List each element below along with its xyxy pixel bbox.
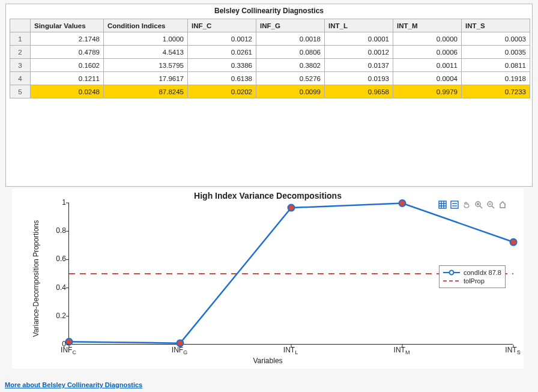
svg-line-23 — [480, 206, 482, 208]
data-marker[interactable] — [288, 205, 295, 211]
cell-val[interactable]: 0.5276 — [256, 72, 325, 85]
col-header[interactable]: INT_S — [462, 19, 530, 32]
ytick-label: 0.4 — [48, 283, 66, 292]
cell-val[interactable]: 0.3802 — [256, 59, 325, 72]
svg-point-12 — [450, 271, 454, 275]
cell-val[interactable]: 0.0035 — [462, 46, 530, 59]
cell-val[interactable]: 0.9658 — [325, 85, 393, 98]
cell-ci[interactable]: 4.5413 — [104, 46, 188, 59]
table-row: 20.47894.54130.02610.08060.00120.00060.0… — [10, 46, 530, 59]
legend-item[interactable]: condIdx 87.8 — [443, 268, 501, 277]
cell-val[interactable]: 0.0018 — [256, 32, 325, 46]
cell-val[interactable]: 0.0006 — [393, 46, 462, 59]
cell-sv[interactable]: 0.4789 — [31, 46, 104, 59]
row-number[interactable]: 4 — [10, 72, 31, 85]
cell-val[interactable]: 0.0003 — [462, 32, 530, 46]
col-header[interactable]: Condition Indices — [104, 19, 188, 32]
data-marker[interactable] — [510, 239, 517, 246]
cell-val[interactable]: 0.1918 — [462, 72, 530, 85]
chart-xlabel: Variables — [12, 357, 524, 365]
svg-line-27 — [492, 206, 494, 208]
col-header[interactable]: Singular Values — [31, 19, 104, 32]
legend-icon[interactable] — [449, 199, 460, 210]
cell-val[interactable]: 0.0004 — [393, 72, 462, 85]
legend-sample — [443, 278, 460, 284]
cell-val[interactable]: 0.0011 — [393, 59, 462, 72]
legend-item[interactable]: tolProp — [443, 277, 501, 285]
table-row: 50.024887.82450.02020.00990.96580.99790.… — [10, 85, 530, 98]
xtick-label: INTM — [394, 346, 410, 355]
table-row: 12.17481.00000.00120.00180.00010.00000.0… — [10, 32, 530, 46]
cell-val[interactable]: 0.0806 — [256, 46, 325, 59]
cell-val[interactable]: 0.0000 — [393, 32, 462, 46]
cell-val[interactable]: 0.0811 — [462, 59, 530, 72]
cell-val[interactable]: 0.3386 — [188, 59, 256, 72]
chart-toolbar — [437, 199, 508, 210]
cell-sv[interactable]: 0.0248 — [31, 85, 104, 98]
col-header[interactable]: INF_C — [188, 19, 256, 32]
row-number[interactable]: 3 — [10, 59, 31, 72]
cell-val[interactable]: 0.0099 — [256, 85, 325, 98]
row-number[interactable]: 5 — [10, 85, 31, 98]
cell-val[interactable]: 0.0012 — [325, 46, 393, 59]
cell-ci[interactable]: 1.0000 — [104, 32, 188, 46]
col-header[interactable]: INF_G — [256, 19, 325, 32]
panel-title: Belsley Collinearity Diagnostics — [6, 4, 532, 19]
cell-ci[interactable]: 87.8245 — [104, 85, 188, 98]
col-header[interactable]: INT_L — [325, 19, 393, 32]
pan-icon[interactable] — [461, 199, 472, 210]
cell-val[interactable]: 0.9979 — [393, 85, 462, 98]
cell-val[interactable]: 0.6138 — [188, 72, 256, 85]
chart-legend[interactable]: condIdx 87.8tolProp — [439, 265, 506, 288]
zoom-in-icon[interactable] — [473, 199, 484, 210]
ytick-label: 0.8 — [48, 226, 66, 235]
cell-val[interactable]: 0.7233 — [462, 85, 530, 98]
svg-rect-14 — [439, 201, 446, 208]
table-row: 30.160213.57950.33860.38020.01370.00110.… — [10, 59, 530, 72]
data-marker[interactable] — [399, 200, 406, 207]
diagnostics-table: Singular ValuesCondition IndicesINF_CINF… — [10, 19, 530, 98]
legend-label: tolProp — [464, 277, 485, 285]
chart-panel: High Index Variance Decompositions Varia… — [12, 188, 524, 369]
diagnostics-panel: Belsley Collinearity Diagnostics Singula… — [5, 4, 533, 187]
ytick-label: 1 — [48, 198, 66, 207]
xtick-label: INTS — [505, 346, 520, 355]
cell-val[interactable]: 0.0193 — [325, 72, 393, 85]
xtick-label: INFC — [61, 346, 76, 355]
row-header-blank — [10, 19, 31, 32]
cell-sv[interactable]: 0.1211 — [31, 72, 104, 85]
cell-val[interactable]: 0.0137 — [325, 59, 393, 72]
legend-sample — [443, 270, 460, 276]
legend-label: condIdx 87.8 — [464, 269, 501, 276]
table-row: 40.121117.96170.61380.52760.01930.00040.… — [10, 72, 530, 85]
more-about-link[interactable]: More about Belsley Collinearity Diagnost… — [5, 381, 142, 388]
row-number[interactable]: 1 — [10, 32, 31, 46]
home-icon[interactable] — [497, 199, 508, 210]
cell-sv[interactable]: 0.1602 — [31, 59, 104, 72]
ytick-label: 0.6 — [48, 255, 66, 263]
chart-ylabel: Variance-Decomposition Proportions — [32, 220, 40, 337]
ytick-label: 0.2 — [48, 312, 66, 320]
data-marker[interactable] — [66, 339, 73, 345]
cell-val[interactable]: 0.0001 — [325, 32, 393, 46]
col-header[interactable]: INT_M — [393, 19, 462, 32]
xtick-label: INFG — [172, 346, 187, 355]
svg-rect-19 — [451, 201, 458, 208]
cell-sv[interactable]: 2.1748 — [31, 32, 104, 46]
zoom-out-icon[interactable] — [485, 199, 496, 210]
row-number[interactable]: 2 — [10, 46, 31, 59]
cell-val[interactable]: 0.0261 — [188, 46, 256, 59]
cell-val[interactable]: 0.0012 — [188, 32, 256, 46]
grid-icon[interactable] — [437, 199, 448, 210]
xtick-label: INTL — [283, 346, 298, 355]
cell-val[interactable]: 0.0202 — [188, 85, 256, 98]
cell-ci[interactable]: 17.9617 — [104, 72, 188, 85]
cell-ci[interactable]: 13.5795 — [104, 59, 188, 72]
